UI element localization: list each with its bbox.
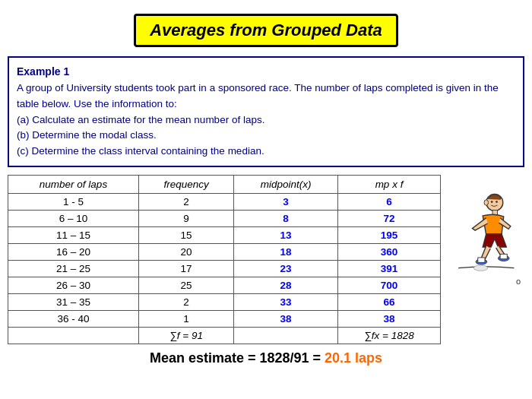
cell-freq: 9 [138,211,233,227]
table-row: 21 – 251723391 [8,261,441,277]
cell-freq: 20 [138,244,233,261]
table-row: 6 – 109872 [8,211,441,227]
table-row: 26 – 302528700 [8,277,441,294]
example-part-a: (a) Calculate an estimate for the mean n… [17,112,515,128]
col-header-mid: midpoint(x) [234,176,338,194]
data-table: number of laps frequency midpoint(x) mp … [8,175,441,344]
title-container: Averages from Grouped Data [0,14,532,47]
runner-svg [448,190,521,274]
svg-point-1 [491,201,493,204]
table-row: 36 - 4013838 [8,311,441,328]
cell-mid: 8 [234,211,338,227]
table-row: 16 – 202018360 [8,244,441,261]
cell-mid: 18 [234,244,338,261]
table-row: 11 – 151513195 [8,227,441,244]
cell-laps: 6 – 10 [8,211,139,227]
table-area: number of laps frequency midpoint(x) mp … [8,175,524,344]
cell-mid: 33 [234,294,338,311]
attribution: o [448,277,521,286]
example-part-c: (c) Determine the class interval contain… [17,144,515,160]
cell-freq: 15 [138,227,233,244]
cell-freq: 1 [138,311,233,328]
svg-point-2 [496,201,498,204]
cell-mpf: 391 [338,261,441,277]
mean-value: 20.1 laps [325,350,382,366]
cell-mpf: 360 [338,244,441,261]
svg-rect-8 [500,255,507,259]
example-box: Example 1 A group of University students… [8,56,524,167]
mean-estimate-line: Mean estimate = 1828/91 = 20.1 laps [0,350,532,366]
example-description: A group of University students took part… [17,81,515,112]
table-row: 1 - 5236 [8,194,441,211]
cell-mid: 28 [234,277,338,294]
svg-point-9 [473,265,487,271]
cell-mpf: 66 [338,294,441,311]
sum-laps [8,328,139,344]
cell-laps: 36 - 40 [8,311,139,328]
cell-laps: 11 – 15 [8,227,139,244]
page-title: Averages from Grouped Data [134,14,398,47]
cell-mpf: 700 [338,277,441,294]
runner-illustration: o [448,190,524,286]
cell-mpf: 6 [338,194,441,211]
cell-laps: 31 – 35 [8,294,139,311]
col-header-mpf: mp x f [338,176,441,194]
cell-laps: 26 – 30 [8,277,139,294]
sum-freq: ∑f = 91 [138,328,233,344]
cell-freq: 17 [138,261,233,277]
sum-mid [234,328,338,344]
cell-laps: 21 – 25 [8,261,139,277]
cell-freq: 2 [138,194,233,211]
mean-prefix: Mean estimate = 1828/91 = [150,350,325,366]
cell-mid: 13 [234,227,338,244]
table-row: 31 – 3523366 [8,294,441,311]
cell-mpf: 195 [338,227,441,244]
cell-freq: 25 [138,277,233,294]
cell-freq: 2 [138,294,233,311]
cell-laps: 1 - 5 [8,194,139,211]
cell-laps: 16 – 20 [8,244,139,261]
cell-mpf: 38 [338,311,441,328]
cell-mid: 23 [234,261,338,277]
example-part-b: (b) Determine the modal class. [17,128,515,144]
sum-mpf: ∑fx = 1828 [338,328,441,344]
example-label: Example 1 [17,64,515,81]
sum-row: ∑f = 91 ∑fx = 1828 [8,328,441,344]
cell-mpf: 72 [338,211,441,227]
cell-mid: 38 [234,311,338,328]
col-header-freq: frequency [138,176,233,194]
col-header-laps: number of laps [8,176,139,194]
svg-rect-7 [478,258,485,262]
svg-point-3 [484,200,489,205]
cell-mid: 3 [234,194,338,211]
